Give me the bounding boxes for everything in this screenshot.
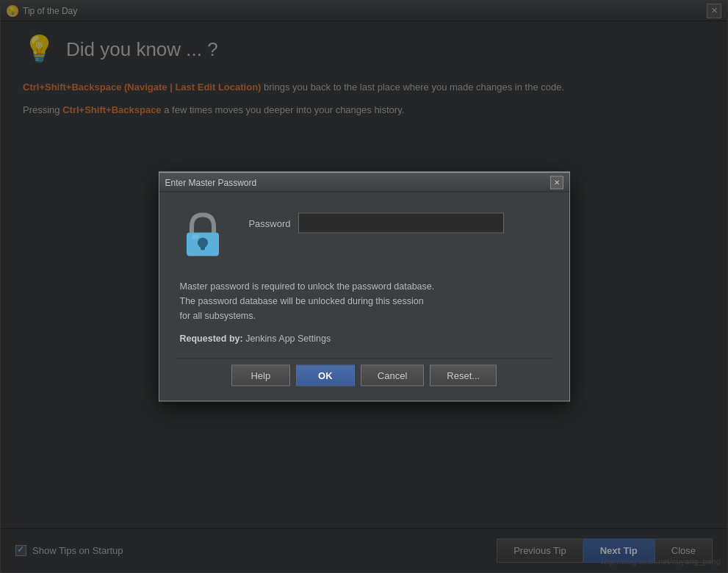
modal-password-row: Password [243, 213, 504, 234]
modal-title: Enter Master Password [165, 177, 257, 187]
ok-button[interactable]: OK [296, 365, 355, 386]
modal-enter-master-password: Enter Master Password ✕ [159, 172, 570, 402]
modal-close-button[interactable]: ✕ [550, 176, 563, 189]
modal-right: Password [243, 207, 552, 245]
modal-body: Password Master password is required to … [159, 192, 569, 401]
modal-footer: Help OK Cancel Reset... [177, 358, 552, 386]
requested-by-label: Requested by: [180, 334, 243, 344]
cancel-button[interactable]: Cancel [361, 365, 424, 386]
modal-titlebar: Enter Master Password ✕ [159, 173, 569, 192]
password-label: Password [243, 217, 291, 228]
lock-icon-container [177, 207, 228, 266]
help-button[interactable]: Help [231, 365, 290, 386]
svg-rect-2 [201, 243, 205, 251]
requested-by-value: Jenkins App Settings [245, 334, 331, 344]
password-input[interactable] [298, 213, 504, 234]
modal-requested-by: Requested by: Jenkins App Settings [177, 334, 552, 344]
reset-button[interactable]: Reset... [430, 365, 497, 386]
modal-top-row: Password [177, 207, 552, 266]
lock-icon [181, 211, 225, 262]
modal-description: Master password is required to unlock th… [177, 279, 552, 323]
